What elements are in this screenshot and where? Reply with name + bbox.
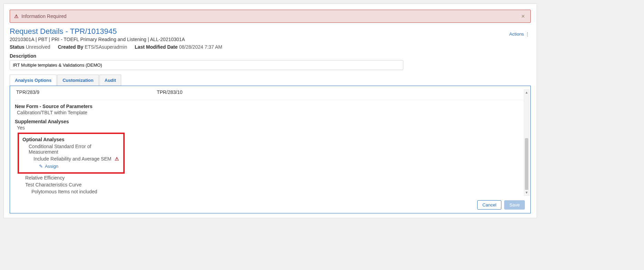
optional-title: Optional Analyses bbox=[22, 137, 120, 142]
tab-customization[interactable]: Customization bbox=[57, 75, 99, 86]
warning-icon: ⚠ bbox=[14, 13, 19, 19]
modified-value: 08/28/2024 7:37 AM bbox=[179, 44, 222, 50]
panel-scrollbar[interactable]: ▲ ▼ bbox=[524, 89, 529, 196]
optional-analyses-box: Optional Analyses Conditional Standard E… bbox=[18, 133, 125, 174]
warning-icon: ⚠ bbox=[115, 156, 119, 162]
created-by-label: Created By bbox=[58, 44, 83, 50]
new-form-value: Calibration/TBLT within Template bbox=[15, 110, 526, 115]
status-label: Status bbox=[10, 44, 25, 50]
status-value: Unresolved bbox=[26, 44, 50, 50]
assign-label: Assign bbox=[45, 164, 58, 169]
relative-efficiency: Relative Efficiency bbox=[25, 175, 526, 181]
panel-col1: TPR/283/9 bbox=[16, 89, 39, 95]
modified-label: Last Modified Date bbox=[135, 44, 177, 50]
assign-link[interactable]: ✎ Assign bbox=[39, 164, 120, 169]
tab-audit[interactable]: Audit bbox=[99, 75, 121, 86]
meta-row: Status Unresolved Created By ETS/SAsuper… bbox=[10, 44, 531, 50]
optional-item-reliability: Include Reliability and Average SEM ⚠ bbox=[33, 156, 120, 162]
alert-info-required: ⚠ Information Required × bbox=[10, 10, 531, 23]
save-button[interactable]: Save bbox=[504, 200, 525, 210]
optional-item-reliability-text: Include Reliability and Average SEM bbox=[33, 156, 111, 162]
page-title: Request Details - TPR/1013945 bbox=[10, 27, 531, 36]
supplemental-value: Yes bbox=[15, 125, 526, 131]
test-characteristics-curve: Test Characteristics Curve bbox=[25, 182, 526, 187]
cancel-button[interactable]: Cancel bbox=[477, 200, 501, 210]
actions-label: Actions bbox=[509, 31, 524, 37]
actions-menu[interactable]: Actions ⋮ bbox=[509, 31, 530, 37]
new-form-title: New Form - Source of Parameters bbox=[15, 104, 526, 109]
supplemental-title: Supplemental Analyses bbox=[15, 119, 526, 124]
edit-icon: ✎ bbox=[39, 164, 43, 169]
description-input[interactable] bbox=[10, 60, 403, 70]
kebab-icon: ⋮ bbox=[525, 31, 530, 37]
scroll-down-arrow[interactable]: ▼ bbox=[524, 190, 529, 195]
optional-item-csem: Conditional Standard Error of Measuremen… bbox=[29, 144, 120, 155]
tab-analysis-options[interactable]: Analysis Options bbox=[10, 75, 57, 86]
scroll-thumb[interactable] bbox=[525, 138, 528, 190]
panel-col2: TPR/283/10 bbox=[157, 89, 183, 95]
polytomous-note: Polytomous Items not included bbox=[31, 189, 526, 194]
breadcrumb: 20210301A | PBT | PRI - TOEFL Primary Re… bbox=[10, 37, 531, 42]
scroll-up-arrow[interactable]: ▲ bbox=[524, 90, 529, 95]
alert-text: Information Required bbox=[21, 13, 67, 19]
description-label: Description bbox=[10, 53, 531, 59]
created-by-value: ETS/SAsuperadmin bbox=[85, 44, 127, 50]
alert-close-button[interactable]: × bbox=[519, 13, 527, 20]
analysis-panel: TPR/283/9 TPR/283/10 New Form - Source o… bbox=[10, 86, 531, 213]
